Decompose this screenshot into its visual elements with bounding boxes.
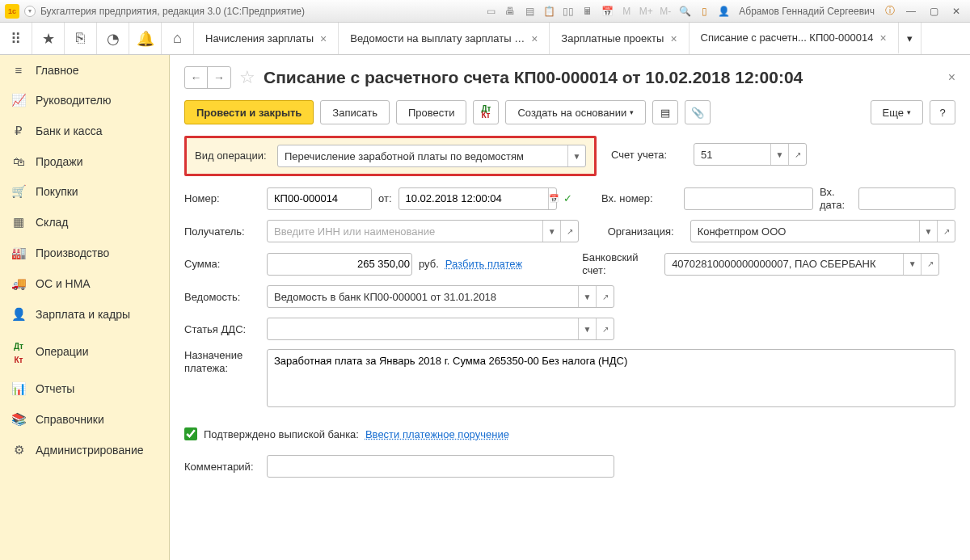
sidebar-item-manager[interactable]: 📈Руководителю [0, 85, 169, 116]
bank-acc-input[interactable]: 40702810000000000007, ПАО СБЕРБАНК ▼ ↗ [664, 253, 939, 276]
status-icon: ✓ [563, 192, 574, 204]
open-icon[interactable]: ↗ [921, 254, 938, 275]
account-label: Счет учета: [611, 149, 687, 161]
amount-input[interactable] [267, 253, 412, 276]
calendar-icon[interactable]: 📅 [600, 4, 614, 19]
minimize-button[interactable]: — [902, 4, 920, 19]
create-based-button[interactable]: Создать на основании ▾ [505, 100, 646, 124]
comment-input[interactable] [267, 455, 614, 478]
enter-payment-link[interactable]: Ввести платежное поручение [365, 428, 509, 440]
sidebar-item-warehouse[interactable]: ▦Склад [0, 207, 169, 238]
panel-icon[interactable]: ▯ [697, 4, 711, 19]
sidebar-item-main[interactable]: ≡Главное [0, 55, 169, 85]
split-payment-link[interactable]: Разбить платеж [445, 258, 522, 270]
recipient-input[interactable]: ▼ ↗ [267, 220, 579, 242]
open-icon[interactable]: ↗ [788, 144, 806, 165]
back-button[interactable]: ← [185, 67, 208, 88]
confirmed-checkbox[interactable] [184, 427, 197, 440]
titlebar: 1c ▾ Бухгалтерия предприятия, редакция 3… [0, 0, 970, 23]
maximize-button[interactable]: ▢ [925, 4, 943, 19]
account-input[interactable]: 51 ▼ ↗ [694, 143, 807, 166]
forward-button[interactable]: → [208, 67, 230, 88]
user-name[interactable]: Абрамов Геннадий Сергеевич [739, 6, 875, 17]
post-button[interactable]: Провести [396, 100, 467, 124]
number-input[interactable] [267, 187, 372, 210]
m-plus-button[interactable]: М+ [639, 4, 653, 19]
post-and-close-button[interactable]: Провести и закрыть [184, 100, 314, 124]
op-type-select[interactable]: Перечисление заработной платы по ведомос… [277, 145, 586, 167]
statement-input[interactable]: Ведомость в банк КП00-000001 от 31.01.20… [267, 285, 614, 308]
in-number-input[interactable] [684, 187, 813, 210]
apps-icon[interactable]: ⠿ [0, 23, 32, 54]
in-date-input[interactable]: 📅 [858, 187, 955, 210]
sidebar-item-assets[interactable]: 🚚ОС и НМА [0, 268, 169, 299]
structure-button[interactable]: ▤ [652, 100, 678, 124]
app-title: Бухгалтерия предприятия, редакция 3.0 (1… [40, 6, 305, 17]
sidebar-item-salary[interactable]: 👤Зарплата и кадры [0, 299, 169, 330]
bell-icon[interactable]: 🔔 [129, 23, 162, 54]
tab-item[interactable]: Ведомости на выплату зарплаты …× [339, 23, 550, 54]
sidebar-item-catalogs[interactable]: 📚Справочники [0, 404, 169, 435]
sidebar-item-admin[interactable]: ⚙Администрирование [0, 435, 169, 465]
more-button[interactable]: Еще ▾ [871, 100, 923, 124]
dropdown-icon[interactable]: ▼ [567, 145, 585, 166]
dropdown-icon[interactable]: ▼ [578, 318, 596, 339]
save-button[interactable]: Записать [320, 100, 390, 124]
bank-acc-label: Банковский счет: [582, 251, 658, 276]
open-icon[interactable]: ↗ [937, 221, 955, 242]
date-input[interactable]: 📅 [399, 187, 557, 210]
favorite-icon[interactable]: ★ [32, 23, 65, 54]
app-menu-dropdown[interactable]: ▾ [24, 6, 36, 17]
star-icon[interactable]: ☆ [239, 67, 255, 88]
m-minus-button[interactable]: М- [658, 4, 673, 19]
close-icon[interactable]: × [320, 32, 327, 45]
sidebar-item-reports[interactable]: 📊Отчеты [0, 373, 169, 404]
open-icon[interactable]: ↗ [560, 221, 578, 242]
tab-item[interactable]: Начисления зарплаты× [194, 23, 339, 54]
m-button[interactable]: М [619, 4, 634, 19]
tab-item[interactable]: Зарплатные проекты× [550, 23, 689, 54]
calculator-icon[interactable]: 🖩 [580, 4, 595, 19]
home-icon[interactable]: ⌂ [162, 23, 194, 54]
compare-icon[interactable]: ▯▯ [561, 4, 576, 19]
open-icon[interactable]: ↗ [596, 286, 614, 307]
document-icon[interactable]: ▤ [522, 4, 537, 19]
calendar-icon[interactable]: 📅 [548, 188, 559, 209]
sidebar-item-purchases[interactable]: 🛒Покупки [0, 176, 169, 207]
sidebar-item-operations[interactable]: ДтКтОперации [0, 330, 169, 373]
sidebar-item-sales[interactable]: 🛍Продажи [0, 146, 169, 176]
sidebar-item-bank[interactable]: ₽Банк и касса [0, 116, 169, 146]
sidebar-item-production[interactable]: 🏭Производство [0, 238, 169, 268]
tab-overflow[interactable]: ▾ [899, 23, 922, 54]
print-icon[interactable]: 🖶 [503, 4, 517, 19]
clipboard-icon[interactable]: 📋 [542, 4, 556, 19]
dropdown-icon[interactable]: ▼ [919, 221, 937, 242]
attach-button[interactable]: 📎 [685, 100, 711, 124]
help-button[interactable]: ? [930, 100, 955, 124]
clock-icon[interactable]: ◔ [97, 23, 129, 54]
in-number-label: Вх. номер: [601, 192, 677, 204]
bag-icon: 🛍 [11, 154, 26, 168]
history-icon[interactable]: ⎘ [65, 23, 97, 54]
dropdown-icon[interactable]: ▼ [542, 221, 560, 242]
toolbar: ⠿ ★ ⎘ ◔ 🔔 ⌂ Начисления зарплаты× Ведомос… [0, 23, 970, 55]
dropdown-icon[interactable]: ▼ [578, 286, 596, 307]
close-icon[interactable]: × [670, 32, 677, 45]
dropdown-icon[interactable]: ▼ [903, 254, 921, 275]
dropdown-icon[interactable]: ▼ [770, 144, 788, 165]
tab-item-active[interactable]: Списание с расчетн... КП00-000014× [690, 23, 899, 54]
open-icon[interactable]: ↗ [596, 318, 614, 339]
info-icon[interactable]: ⓘ [883, 4, 897, 19]
close-document-button[interactable]: × [948, 70, 955, 85]
search-icon[interactable]: 🔍 [677, 4, 692, 19]
org-input[interactable]: Конфетпром ООО ▼ ↗ [690, 220, 955, 242]
print-preview-icon[interactable]: ▭ [483, 4, 498, 19]
dds-input[interactable]: ▼ ↗ [267, 318, 614, 340]
dtkt-button[interactable]: ДтКт [473, 100, 499, 124]
document-form: ← → ☆ Списание с расчетного счета КП00-0… [170, 55, 970, 560]
org-label: Организация: [608, 225, 684, 238]
close-icon[interactable]: × [879, 32, 886, 44]
close-icon[interactable]: × [531, 32, 538, 45]
close-window-button[interactable]: ✕ [947, 4, 965, 19]
purpose-textarea[interactable]: Заработная плата за Январь 2018 г. Сумма… [267, 349, 955, 407]
